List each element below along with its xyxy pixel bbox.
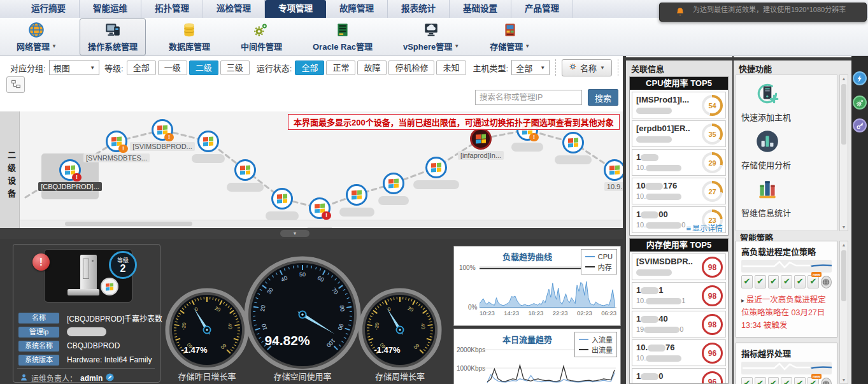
quick-function-item[interactable]: 快速添加主机 xyxy=(736,80,837,123)
check-icon[interactable]: ✔ xyxy=(768,275,779,288)
scroll-down-icon[interactable]: ▼ xyxy=(840,225,848,229)
level-filter-button[interactable]: 二级 xyxy=(189,60,218,75)
check-icon[interactable]: ✔ xyxy=(768,377,779,384)
svg-text:94.82%: 94.82% xyxy=(264,333,310,348)
topology-map[interactable]: ![CBQJDBPROD]...![SVNRMSDBTES...![SVIMSD… xyxy=(0,111,624,228)
level-filter-button[interactable]: 全部 xyxy=(127,60,156,75)
svg-text:-1.47%: -1.47% xyxy=(181,345,208,355)
key-action-button[interactable] xyxy=(853,118,867,132)
topology-hscrollbar[interactable] xyxy=(20,220,622,227)
notification-toast[interactable]: 为达到最佳浏览效果，建议使用1920*1080分辨率 xyxy=(659,3,867,22)
topology-layout-toggle[interactable] xyxy=(6,76,25,93)
scroll-up-icon[interactable]: ▲ xyxy=(840,243,848,247)
top-tab[interactable]: 专项管理 xyxy=(265,0,326,18)
cpu-top5-box: CPU使用率 TOP5 [IMSProd1]I... 54 [erpdb01]E… xyxy=(629,76,729,236)
settings-action-button[interactable] xyxy=(853,96,867,110)
top-tab[interactable]: 巡检管理 xyxy=(203,0,265,18)
quick-scrollbar[interactable]: ▲ ▼ xyxy=(839,75,848,231)
check-icon[interactable]: ✔ xyxy=(741,377,753,384)
topology-node[interactable] xyxy=(470,128,492,150)
search-input[interactable] xyxy=(475,90,582,105)
toolbar-item[interactable]: 数据库管理 xyxy=(161,19,218,55)
host-type-select[interactable]: 全部▼ xyxy=(511,60,550,75)
scrollbar-thumb[interactable] xyxy=(841,84,846,145)
device-card: ! 等级 2 名称 [CBQJDBPROD]千嘉抄表数 管理ip 系统名称 xyxy=(13,244,160,383)
mem-top5-item[interactable]: 140 190 98 xyxy=(632,311,726,338)
status-filter-button[interactable]: 停机检修 xyxy=(388,60,434,75)
status-filter-button[interactable]: 正常 xyxy=(326,60,355,75)
check-icon[interactable]: ✔ xyxy=(781,377,792,384)
toolbar-item[interactable]: 存储管理▼ xyxy=(482,19,537,55)
top-tab[interactable]: 运行摘要 xyxy=(18,0,80,18)
cpu-top5-item[interactable]: [erpdb01]ER.. 35 xyxy=(632,120,726,147)
name-filter-button[interactable]: 名称 ▼ xyxy=(562,59,612,76)
topology-node[interactable] xyxy=(197,131,219,152)
show-detail-link[interactable]: ≡显示详情 xyxy=(686,222,723,233)
scrollbar-thumb[interactable] xyxy=(65,222,192,226)
top-tab[interactable]: 报表统计 xyxy=(388,0,450,18)
top-tab[interactable]: 故障管理 xyxy=(326,0,388,18)
policy-scrollbar[interactable]: ▲ ▼ xyxy=(839,241,848,384)
toolbar-item[interactable]: 网络管理▼ xyxy=(9,19,64,55)
cpu-top5-item[interactable]: 1 10. 29 xyxy=(632,149,726,176)
mem-top5-item[interactable]: 10.76 10. 96 xyxy=(632,339,726,366)
policy-card[interactable]: 指标越界处理 ✔ ✔ ✔ ✔ ✔ ✔new xyxy=(736,343,837,384)
top-tab[interactable]: 基础设置 xyxy=(450,0,511,18)
top-tab[interactable]: 拓扑管理 xyxy=(141,0,203,18)
toolbar-item[interactable]: vSphere管理▼ xyxy=(395,19,467,55)
policy-card[interactable]: 高负载进程定位策略 ✔ ✔ ✔ ✔ ✔ ✔new 最近一次高负载进程定位策略策略… xyxy=(736,241,837,338)
scroll-up-icon[interactable]: ▲ xyxy=(840,76,848,81)
check-icon[interactable]: ✔ xyxy=(755,275,766,288)
node-alert-badge: ! xyxy=(529,133,539,141)
mem-top5-item[interactable]: 11 10.1 98 xyxy=(632,282,726,309)
scrollbar-thumb[interactable] xyxy=(841,250,846,301)
toolbar-item[interactable]: 中间件管理 xyxy=(233,19,290,55)
check-icon[interactable]: ✔new xyxy=(808,275,819,288)
topology-node[interactable] xyxy=(604,159,624,181)
scroll-down-icon[interactable]: ▼ xyxy=(840,378,848,382)
top-tab[interactable]: 产品管理 xyxy=(511,0,573,18)
topology-node[interactable] xyxy=(271,188,293,210)
person-icon xyxy=(20,373,28,383)
collapse-handle[interactable]: ▼ xyxy=(280,230,309,237)
toolbar-item[interactable]: 操作系统管理 xyxy=(80,18,146,55)
quick-function-item[interactable]: 智维信息统计 xyxy=(736,176,837,218)
cpu-top5-item[interactable]: 10176 10. 27 xyxy=(632,178,726,204)
group-select[interactable]: 根图▼ xyxy=(49,60,99,75)
quick-function-item[interactable]: 存储使用分析 xyxy=(736,128,837,171)
toolbar-item[interactable]: Oracle Rac管理 xyxy=(305,19,380,55)
info-stats-icon xyxy=(754,176,837,205)
filter-row: 对应分组: 根图▼ 等级: 全部一级二级三级 运行状态: 全部正常故障停机检修未… xyxy=(0,58,624,77)
quick-action-button[interactable] xyxy=(853,71,867,85)
edit-icon[interactable] xyxy=(106,373,114,383)
globe-icon[interactable] xyxy=(821,378,832,384)
check-icon[interactable]: ✔ xyxy=(741,275,753,288)
mem-top5-item[interactable]: [SVIMSDBPR.. 98 xyxy=(632,253,726,280)
field-label: 系统名称 xyxy=(18,341,59,352)
field-label: 系统版本 xyxy=(18,355,59,366)
app-root: 运行摘要智能运维拓扑管理巡检管理专项管理故障管理报表统计基础设置产品管理 为达到… xyxy=(0,0,868,384)
topology-node[interactable] xyxy=(234,159,256,181)
redacted-text xyxy=(641,154,658,161)
status-filter-button[interactable]: 全部 xyxy=(295,60,324,75)
check-icon[interactable]: ✔ xyxy=(794,377,806,384)
check-icon[interactable]: ✔new xyxy=(808,377,819,384)
gear-icon xyxy=(569,62,577,73)
level-filter-button[interactable]: 三级 xyxy=(220,60,250,75)
filter-area: 对应分组: 根图▼ 等级: 全部一级二级三级 运行状态: 全部正常故障停机检修未… xyxy=(0,56,624,111)
topology-node[interactable] xyxy=(346,184,367,206)
status-filter-button[interactable]: 故障 xyxy=(357,60,387,75)
search-button[interactable]: 搜索 xyxy=(588,89,618,106)
status-filter-button[interactable]: 未知 xyxy=(436,60,466,75)
top-tab[interactable]: 智能运维 xyxy=(80,0,141,18)
check-icon[interactable]: ✔ xyxy=(781,275,792,288)
check-icon[interactable]: ✔ xyxy=(755,377,766,384)
mem-top5-item[interactable]: 10 10.0 96 xyxy=(632,368,726,384)
globe-icon[interactable] xyxy=(821,276,832,288)
cpu-top5-item[interactable]: [IMSProd1]I... 54 xyxy=(632,92,726,118)
topology-node[interactable] xyxy=(562,132,584,153)
check-icon[interactable]: ✔ xyxy=(794,275,806,288)
topology-node[interactable] xyxy=(383,173,404,194)
level-filter-button[interactable]: 一级 xyxy=(158,60,187,75)
topology-level-tab[interactable]: 二级设备 xyxy=(5,151,17,202)
